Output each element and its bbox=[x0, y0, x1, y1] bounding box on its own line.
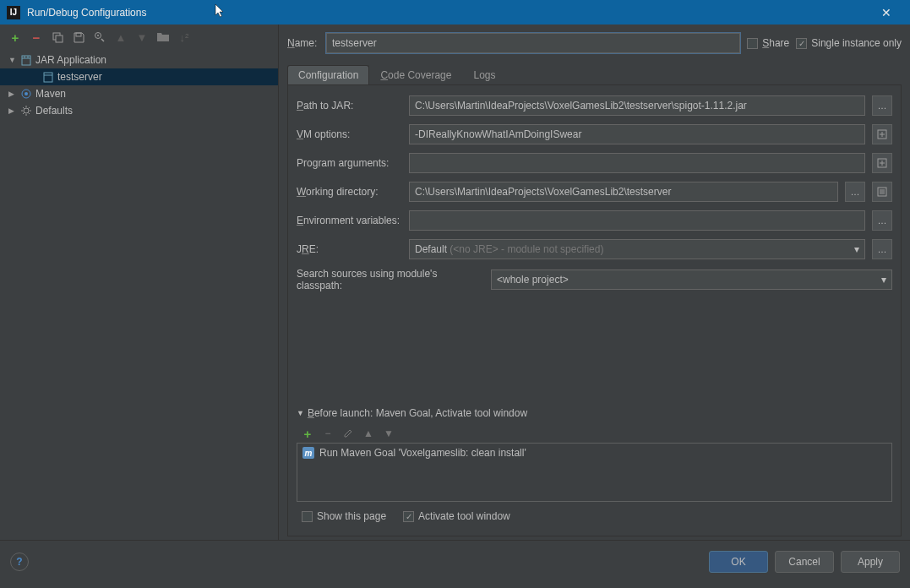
expand-icon: ▼ bbox=[8, 56, 19, 64]
copy-icon[interactable] bbox=[51, 30, 64, 44]
tab-configuration[interactable]: Configuration bbox=[287, 65, 369, 84]
tree-node-testserver[interactable]: testserver bbox=[0, 68, 278, 85]
share-checkbox[interactable]: Share bbox=[747, 37, 789, 49]
expand-button[interactable] bbox=[872, 124, 892, 144]
checkbox-icon bbox=[796, 38, 807, 49]
env-label: Environment variables: bbox=[297, 215, 402, 226]
tree-label: testserver bbox=[56, 71, 102, 83]
expand-icon: ▶ bbox=[8, 106, 19, 115]
close-button[interactable]: ✕ bbox=[869, 0, 903, 24]
move-down-icon[interactable]: ▼ bbox=[383, 427, 395, 439]
before-launch-list: m Run Maven Goal 'Voxelgameslib: clean i… bbox=[297, 443, 892, 502]
app-icon: IJ bbox=[7, 6, 20, 19]
chevron-down-icon: ▾ bbox=[854, 243, 859, 255]
svg-rect-1 bbox=[56, 35, 63, 42]
search-select[interactable]: <whole project> ▾ bbox=[491, 270, 892, 290]
settings-icon bbox=[19, 104, 34, 117]
name-input[interactable] bbox=[326, 33, 740, 53]
expand-button[interactable] bbox=[872, 153, 892, 173]
svg-rect-9 bbox=[44, 73, 52, 82]
tree-node-maven[interactable]: ▶ Maven bbox=[0, 85, 278, 102]
svg-rect-5 bbox=[22, 56, 30, 65]
tree-toolbar: + − ▲ ▼ ↓² bbox=[0, 24, 278, 50]
add-icon[interactable]: + bbox=[302, 427, 313, 439]
sort-icon[interactable]: ↓² bbox=[177, 30, 191, 44]
add-icon[interactable]: + bbox=[8, 30, 22, 44]
browse-button[interactable]: … bbox=[872, 239, 892, 259]
cancel-button[interactable]: Cancel bbox=[775, 551, 834, 573]
vm-label: VM options: bbox=[297, 128, 402, 140]
window-title: Run/Debug Configurations bbox=[27, 7, 869, 19]
move-up-icon[interactable]: ▲ bbox=[114, 30, 128, 44]
single-instance-checkbox[interactable]: Single instance only bbox=[796, 37, 902, 49]
move-up-icon[interactable]: ▲ bbox=[362, 427, 374, 439]
tab-logs[interactable]: Logs bbox=[462, 65, 506, 84]
list-button[interactable] bbox=[872, 182, 892, 202]
tree-node-jar-application[interactable]: ▼ JAR Application bbox=[0, 52, 278, 68]
svg-point-13 bbox=[24, 108, 29, 113]
name-label: Name: bbox=[287, 37, 319, 49]
path-input[interactable] bbox=[409, 95, 865, 116]
before-launch-header[interactable]: ▼ Before launch: Maven Goal, Activate to… bbox=[297, 407, 892, 419]
browse-button[interactable]: … bbox=[872, 210, 892, 231]
config-tree: ▼ JAR Application testserver ▶ Maven bbox=[0, 50, 278, 540]
single-instance-label: Single instance only bbox=[811, 37, 902, 49]
show-page-label: Show this page bbox=[317, 510, 386, 522]
jar-icon bbox=[19, 53, 34, 67]
list-item-label: Run Maven Goal 'Voxelgameslib: clean ins… bbox=[319, 447, 526, 459]
remove-icon[interactable]: − bbox=[30, 30, 43, 44]
jre-label: JRE: bbox=[297, 243, 402, 255]
list-item[interactable]: m Run Maven Goal 'Voxelgameslib: clean i… bbox=[297, 444, 891, 462]
before-launch-section: ▼ Before launch: Maven Goal, Activate to… bbox=[297, 407, 892, 525]
checkbox-icon bbox=[403, 511, 414, 522]
chevron-down-icon: ▾ bbox=[881, 274, 886, 286]
checkbox-icon bbox=[747, 38, 758, 49]
wd-input[interactable] bbox=[409, 182, 838, 202]
ok-button[interactable]: OK bbox=[709, 551, 768, 573]
save-icon[interactable] bbox=[72, 30, 85, 44]
settings-icon[interactable] bbox=[93, 30, 106, 44]
left-pane: + − ▲ ▼ ↓² ▼ JAR Appli bbox=[0, 24, 279, 540]
folder-icon[interactable] bbox=[156, 30, 170, 44]
jar-icon bbox=[41, 70, 56, 84]
share-label: Share bbox=[762, 37, 789, 49]
tabs: Configuration Code Coverage Logs bbox=[287, 65, 902, 85]
move-down-icon[interactable]: ▼ bbox=[135, 30, 149, 44]
activate-window-label: Activate tool window bbox=[418, 510, 510, 522]
browse-button[interactable]: … bbox=[845, 182, 865, 202]
edit-icon[interactable] bbox=[342, 427, 354, 439]
config-form: Path to JAR: … VM options: Program argum… bbox=[287, 85, 902, 536]
help-button[interactable]: ? bbox=[10, 553, 29, 571]
svg-point-12 bbox=[25, 92, 28, 95]
browse-button[interactable]: … bbox=[872, 95, 892, 116]
titlebar: IJ Run/Debug Configurations ✕ bbox=[0, 0, 910, 24]
footer: ? OK Cancel Apply bbox=[0, 540, 910, 582]
maven-icon: m bbox=[302, 447, 314, 459]
tab-code-coverage[interactable]: Code Coverage bbox=[369, 65, 462, 84]
tree-label: Maven bbox=[34, 88, 66, 100]
before-launch-toolbar: + − ▲ ▼ bbox=[297, 424, 892, 443]
show-page-checkbox[interactable]: Show this page bbox=[302, 510, 386, 522]
apply-button[interactable]: Apply bbox=[841, 551, 900, 573]
jre-select[interactable]: Default (<no JRE> - module not specified… bbox=[409, 239, 865, 259]
right-pane: Name: Share Single instance only Configu… bbox=[279, 24, 910, 540]
svg-rect-2 bbox=[76, 33, 81, 36]
env-input[interactable] bbox=[409, 210, 865, 231]
checkbox-icon bbox=[302, 511, 313, 522]
search-label: Search sources using module's classpath: bbox=[297, 268, 484, 291]
tree-label: JAR Application bbox=[34, 54, 106, 66]
tree-label: Defaults bbox=[34, 105, 73, 117]
tree-node-defaults[interactable]: ▶ Defaults bbox=[0, 102, 278, 119]
args-label: Program arguments: bbox=[297, 157, 402, 169]
vm-input[interactable] bbox=[409, 124, 865, 144]
path-label: Path to JAR: bbox=[297, 100, 402, 112]
wd-label: Working directory: bbox=[297, 186, 402, 198]
activate-window-checkbox[interactable]: Activate tool window bbox=[403, 510, 510, 522]
maven-icon bbox=[19, 87, 34, 101]
args-input[interactable] bbox=[409, 153, 865, 173]
expand-icon: ▶ bbox=[8, 90, 19, 98]
svg-point-4 bbox=[97, 35, 99, 36]
collapse-icon: ▼ bbox=[297, 409, 304, 417]
remove-icon[interactable]: − bbox=[322, 427, 334, 439]
